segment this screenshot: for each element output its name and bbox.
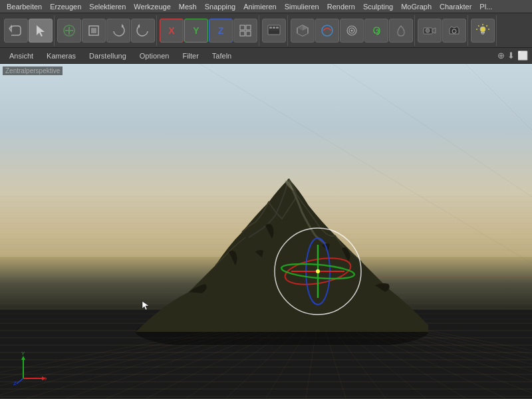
svg-marker-19 [297, 31, 308, 36]
z-axis-button[interactable]: Z [209, 19, 233, 43]
object-button[interactable] [82, 19, 106, 43]
viewport-icon-crosshair[interactable]: ⊕ [497, 51, 505, 61]
mouse-cursor [141, 300, 149, 308]
svg-line-49 [17, 378, 23, 384]
svg-text:Y: Y [21, 352, 25, 356]
svg-rect-12 [269, 27, 272, 29]
menu-bearbeiten[interactable]: Bearbeiten [3, 1, 46, 12]
menu-snapping[interactable]: Snapping [201, 1, 240, 12]
toolbar-group-transform [56, 15, 157, 46]
world-axes-button[interactable] [233, 19, 257, 43]
viewport-toolbar: Ansicht Kameras Darstellung Optionen Fil… [0, 48, 532, 64]
viewport-label-text: Zentralperspektive [5, 67, 60, 74]
darstellung-menu[interactable]: Darstellung [84, 51, 132, 61]
filter-menu[interactable]: Filter [177, 51, 203, 61]
toolbar-group-view [289, 15, 415, 46]
camera-rig-button[interactable] [418, 19, 442, 43]
x-axis-button[interactable]: X [160, 19, 184, 43]
svg-point-44 [316, 269, 320, 273]
tafeln-menu[interactable]: Tafeln [207, 51, 237, 61]
menu-charakter[interactable]: Charakter [436, 1, 475, 12]
target-button[interactable] [340, 19, 364, 43]
axis-indicator: X Y Z [13, 352, 47, 385]
toolbar-group-axes: X Y Z [158, 15, 259, 46]
viewport-icon-maximize[interactable]: ⬜ [517, 51, 528, 61]
toolbar-group-camera [416, 15, 468, 46]
menu-erzeugen[interactable]: Erzeugen [46, 1, 85, 12]
svg-rect-7 [240, 25, 245, 30]
svg-point-28 [480, 27, 485, 32]
spiral-button[interactable] [364, 19, 388, 43]
svg-rect-8 [246, 25, 251, 30]
rotate-ccw-button[interactable] [131, 19, 155, 43]
menu-mesh[interactable]: Mesh [175, 1, 201, 12]
svg-line-33 [478, 25, 479, 26]
menu-werkzeuge[interactable]: Werkzeuge [130, 1, 174, 12]
teardrop-button[interactable] [389, 19, 413, 43]
svg-point-26 [426, 29, 430, 33]
svg-point-23 [351, 29, 353, 31]
viewport-icon-down[interactable]: ⬇ [507, 51, 515, 61]
svg-rect-14 [276, 27, 279, 29]
svg-text:Z: Z [13, 380, 17, 385]
menu-rendern[interactable]: Rendern [323, 1, 359, 12]
svg-rect-13 [273, 27, 275, 29]
svg-marker-25 [432, 28, 436, 33]
timeline-button[interactable] [262, 19, 286, 43]
menu-animieren[interactable]: Animieren [239, 1, 281, 12]
svg-rect-35 [481, 32, 485, 33]
cube-view-button[interactable] [291, 19, 315, 43]
menu-mograph[interactable]: MoGraph [397, 1, 436, 12]
camera-button[interactable] [442, 19, 466, 43]
svg-rect-4 [91, 28, 96, 33]
menu-selektieren[interactable]: Selektieren [85, 1, 130, 12]
add-object-button[interactable] [57, 19, 81, 43]
svg-marker-18 [297, 25, 303, 31]
rotate-cw-button[interactable] [106, 19, 130, 43]
menu-simulieren[interactable]: Simulieren [281, 1, 323, 12]
rotate-view-button[interactable] [315, 19, 339, 43]
view-menu[interactable]: Ansicht [4, 51, 39, 61]
main-toolbar: X Y Z [0, 13, 532, 48]
optionen-menu[interactable]: Optionen [134, 51, 175, 61]
rotation-gizmo[interactable] [271, 225, 364, 318]
menu-sculpting[interactable]: Sculpting [359, 1, 397, 12]
svg-marker-17 [303, 25, 308, 31]
toolbar-group-undo [3, 15, 55, 46]
y-axis-button[interactable]: Y [184, 19, 208, 43]
toolbar2-right-icons: ⊕ ⬇ ⬜ [497, 51, 528, 61]
menu-more[interactable]: Pl... [475, 1, 496, 12]
undo-button[interactable] [4, 19, 28, 43]
menu-bar: Bearbeiten Erzeugen Selektieren Werkzeug… [0, 0, 532, 13]
svg-rect-9 [240, 31, 245, 36]
toolbar-group-timeline [261, 15, 288, 46]
light-button[interactable] [471, 19, 495, 43]
viewport-label: Zentralperspektive [3, 66, 63, 75]
svg-rect-36 [481, 33, 484, 35]
svg-rect-10 [246, 31, 251, 36]
toolbar-group-light [469, 15, 497, 46]
viewport-3d[interactable]: Zentralperspektive X Y Z [0, 64, 532, 398]
cameras-menu[interactable]: Kameras [41, 51, 81, 61]
pointer-button[interactable] [29, 19, 53, 43]
svg-text:X: X [45, 376, 47, 382]
svg-line-34 [486, 25, 487, 26]
